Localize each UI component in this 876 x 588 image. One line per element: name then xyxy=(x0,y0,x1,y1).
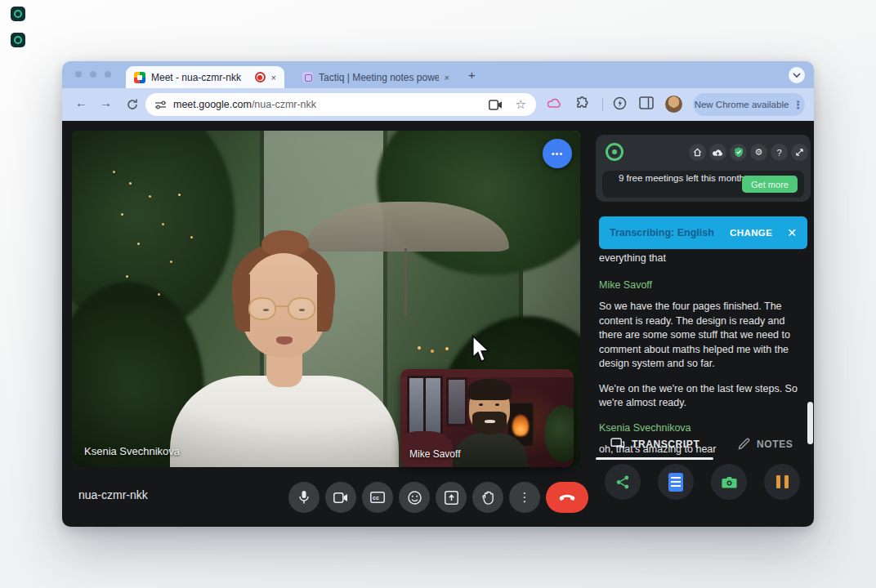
tab-transcript-label: TRANSCRIPT xyxy=(632,439,699,450)
extensions-puzzle-icon[interactable] xyxy=(575,96,589,110)
tab-transcript[interactable]: TRANSCRIPT xyxy=(610,438,699,450)
close-tab-icon[interactable]: × xyxy=(445,73,449,82)
address-bar[interactable]: meet.google.com/nua-czmr-nkk ☆ xyxy=(145,93,536,116)
more-options-button[interactable]: ⋮ xyxy=(509,482,540,513)
tactiq-action-bar xyxy=(592,462,814,508)
reload-button[interactable] xyxy=(126,98,139,111)
gear-icon: ⚙ xyxy=(755,147,763,158)
transcript-paragraph: So we have the four pages finished. The … xyxy=(599,300,805,372)
privacy-shield-button[interactable] xyxy=(730,144,747,161)
chevron-down-icon xyxy=(793,73,801,78)
captions-icon: cc xyxy=(370,492,385,503)
microphone-button[interactable] xyxy=(288,482,320,513)
settings-button[interactable]: ⚙ xyxy=(750,144,767,161)
speaker-name: Ksenia Svechnikova xyxy=(599,421,805,436)
tactiq-chat-bubble-button[interactable]: ••• xyxy=(543,139,572,168)
site-settings-icon[interactable] xyxy=(154,99,167,111)
url-host: meet.google.com xyxy=(173,99,252,110)
transcript-line: everything that xyxy=(599,252,805,266)
minimize-window-icon[interactable] xyxy=(90,71,96,78)
tactiq-favicon-icon xyxy=(302,72,313,82)
tactiq-sidebar: ⚙ ? 9 free meetings left this month Get … xyxy=(592,129,814,527)
reactions-button[interactable] xyxy=(399,482,430,513)
tactiq-extension-icon[interactable] xyxy=(613,96,627,110)
svg-text:cc: cc xyxy=(373,495,379,501)
chrome-update-button[interactable]: New Chrome available ⋮ xyxy=(693,93,805,116)
raise-hand-icon xyxy=(482,491,494,505)
maximize-window-icon[interactable] xyxy=(105,71,111,78)
resize-diagonal-icon xyxy=(795,148,804,157)
cloud-upload-button[interactable] xyxy=(709,144,726,161)
camera-button[interactable] xyxy=(325,482,356,513)
pause-icon xyxy=(776,475,789,488)
app-glyph-icon xyxy=(14,10,22,18)
tactiq-logo-icon xyxy=(606,143,623,161)
close-tab-icon[interactable]: × xyxy=(271,73,276,82)
tab-notes-label: NOTES xyxy=(757,439,793,450)
change-language-button[interactable]: CHANGE xyxy=(730,228,772,238)
present-screen-button[interactable] xyxy=(436,482,467,513)
chat-dots-icon: ••• xyxy=(552,149,564,158)
tab-search-chevron-button[interactable] xyxy=(789,67,805,83)
recording-indicator-icon xyxy=(255,72,266,82)
tab-tactiq[interactable]: Tactiq | Meeting notes power × xyxy=(294,66,458,88)
tab-title: Tactiq | Meeting notes power xyxy=(319,72,439,83)
collapse-panel-button[interactable] xyxy=(791,144,808,161)
profile-avatar[interactable] xyxy=(665,96,682,113)
raise-hand-button[interactable] xyxy=(472,482,503,513)
microphone-icon xyxy=(298,490,310,505)
export-to-docs-button[interactable] xyxy=(658,464,694,500)
transcript-paragraph: We're on the we're on the last few steps… xyxy=(599,382,805,411)
quota-card: 9 free meetings left this month Get more xyxy=(602,171,804,198)
browser-toolbar: ← → meet.google.com/nua-czmr-nkk ☆ New C… xyxy=(62,88,814,121)
window-controls[interactable] xyxy=(75,71,111,78)
desktop-app-icon[interactable] xyxy=(11,7,25,21)
camera-permission-icon[interactable] xyxy=(489,100,503,110)
tab-notes[interactable]: NOTES xyxy=(738,438,793,450)
share-icon xyxy=(616,475,629,489)
url-text[interactable]: meet.google.com/nua-czmr-nkk xyxy=(173,99,316,110)
home-icon xyxy=(693,148,702,157)
room-window xyxy=(407,376,443,436)
pip-participant-eye xyxy=(495,403,499,406)
speaker-name: Mike Savoff xyxy=(599,278,805,293)
meet-page: ••• Ksenia Svechnikova Mike xyxy=(62,121,814,527)
pip-name-label: Mike Savoff xyxy=(409,448,460,460)
close-window-icon[interactable] xyxy=(75,71,82,78)
forward-button[interactable]: → xyxy=(100,96,112,109)
home-button[interactable] xyxy=(689,144,706,161)
back-button[interactable]: ← xyxy=(75,96,87,109)
meeting-code-label: nua-czmr-nkk xyxy=(78,488,148,501)
close-banner-icon[interactable]: ✕ xyxy=(787,226,797,239)
browser-menu-icon[interactable]: ⋮ xyxy=(793,99,803,111)
chat-bubbles-icon xyxy=(610,438,625,450)
end-call-button[interactable] xyxy=(546,482,588,513)
get-more-button[interactable]: Get more xyxy=(742,176,798,193)
end-call-phone-icon xyxy=(559,494,575,501)
browser-window: Meet - nua-czmr-nkk × Tactiq | Meeting n… xyxy=(62,61,814,527)
transcribing-banner: Transcribing: English CHANGE ✕ xyxy=(599,216,807,249)
side-panel-icon[interactable] xyxy=(639,96,654,109)
active-tab-underline xyxy=(596,457,713,460)
pause-transcription-button[interactable] xyxy=(764,464,800,500)
question-mark-icon: ? xyxy=(776,148,781,158)
tactiq-header-card: ⚙ ? 9 free meetings left this month Get … xyxy=(596,135,811,202)
desktop-app-icon[interactable] xyxy=(11,33,25,47)
room-window xyxy=(446,377,467,426)
screenshot-button[interactable] xyxy=(711,464,747,500)
help-button[interactable]: ? xyxy=(771,144,788,161)
bookmark-star-icon[interactable]: ☆ xyxy=(516,97,526,112)
pip-video-tile[interactable]: Mike Savoff xyxy=(400,369,574,467)
share-button[interactable] xyxy=(605,464,641,500)
captions-button[interactable]: cc xyxy=(362,482,393,513)
emoji-smile-icon xyxy=(408,491,422,505)
google-docs-icon xyxy=(668,473,683,492)
participant-name-label: Ksenia Svechnikova xyxy=(84,445,180,457)
tab-meet[interactable]: Meet - nua-czmr-nkk × xyxy=(126,66,284,88)
pip-participant-eye xyxy=(479,403,483,406)
pip-participant-hair xyxy=(467,379,512,400)
new-tab-button[interactable]: + xyxy=(468,68,476,82)
mouse-cursor xyxy=(471,335,492,364)
extension-pink-icon[interactable] xyxy=(548,97,562,109)
toolbar-divider xyxy=(602,98,603,111)
